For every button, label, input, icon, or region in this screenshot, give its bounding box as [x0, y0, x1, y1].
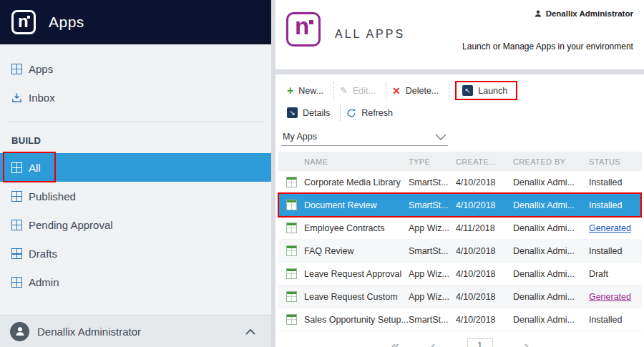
first-page-button[interactable]: « — [391, 338, 399, 347]
annotation-box-launch: ↖ Launch — [455, 81, 517, 100]
status-badge: Draft — [589, 269, 642, 279]
inbox-icon — [11, 92, 29, 103]
table-row[interactable]: Leave Request Custom App Wiz... 4/10/201… — [278, 285, 642, 308]
table-row-selected[interactable]: Document Review SmartSt... 4/10/2018 Den… — [278, 194, 642, 217]
col-status[interactable]: STATUS — [589, 157, 642, 166]
refresh-button[interactable]: Refresh — [341, 105, 403, 121]
sidebar-item-inbox[interactable]: Inbox — [0, 83, 271, 112]
app-sheet-icon — [286, 268, 297, 279]
sidebar-item-pending-approval[interactable]: Pending Approval — [0, 210, 271, 239]
sidebar-item-published[interactable]: Published — [0, 182, 271, 210]
panel-header: n ALL APPS Denallix Administrator Launch… — [275, 0, 644, 69]
details-button[interactable]: ↘ Details — [281, 104, 341, 121]
refresh-icon — [346, 108, 356, 118]
page-number-input[interactable] — [467, 338, 493, 347]
launch-button[interactable]: ↖ Launch — [458, 83, 512, 98]
status-link-visited[interactable]: Generated — [589, 292, 642, 302]
status-badge: Installed — [589, 177, 642, 187]
delete-button[interactable]: ✕ Delete... — [386, 83, 449, 99]
sidebar-user-bar[interactable]: Denallix Administrator — [0, 315, 271, 347]
col-created[interactable]: CREATE... — [456, 157, 513, 166]
sidebar-build-nav: All Published Pending Approval Drafts Ad… — [0, 153, 271, 296]
app-sheet-icon — [286, 245, 297, 256]
header-user[interactable]: Denallix Administrator — [534, 9, 633, 18]
chevron-up-icon[interactable] — [245, 325, 255, 338]
app-window: n Apps Apps Inbox BUILD All — [0, 0, 644, 347]
app-sheet-icon — [286, 314, 297, 325]
toolbar-row-1: + New... ✎ Edit... ✕ Delete... ↖ Launch — [278, 79, 642, 102]
plus-icon: + — [287, 85, 293, 97]
app-sheet-icon — [286, 291, 297, 302]
page-title: ALL APPS — [335, 28, 405, 41]
pending-grid-icon — [11, 220, 29, 230]
sidebar-header: n Apps — [0, 0, 271, 44]
app-sheet-icon — [286, 177, 297, 187]
table-row[interactable]: FAQ Review SmartSt... 4/10/2018 Denallix… — [278, 240, 642, 263]
sidebar-item-admin[interactable]: Admin — [0, 268, 271, 296]
app-sheet-icon — [286, 200, 297, 210]
content-panel: + New... ✎ Edit... ✕ Delete... ↖ Launch — [275, 74, 644, 347]
status-link[interactable]: Generated — [589, 223, 642, 233]
launch-arrow-icon: ↖ — [462, 85, 473, 96]
apps-filter-dropdown[interactable]: My Apps — [281, 128, 448, 146]
sidebar-user-name: Denallix Administrator — [37, 326, 141, 338]
sidebar: n Apps Apps Inbox BUILD All — [0, 0, 271, 347]
sidebar-item-drafts[interactable]: Drafts — [0, 239, 271, 268]
chevron-down-icon — [435, 134, 447, 140]
new-button[interactable]: + New... — [281, 82, 334, 99]
table-row[interactable]: Sales Opportunity Setup... SmartSt... 4/… — [278, 308, 642, 331]
avatar — [10, 322, 29, 341]
delete-x-icon: ✕ — [392, 86, 401, 96]
apps-table: NAME TYPE CREATE... CREATED BY STATUS Co… — [278, 152, 642, 331]
sidebar-app-title: Apps — [49, 14, 84, 31]
next-page-button[interactable]: › — [525, 338, 530, 347]
sidebar-item-apps[interactable]: Apps — [0, 54, 271, 83]
status-badge: Installed — [589, 246, 642, 256]
person-icon — [534, 9, 542, 18]
table-header-row: NAME TYPE CREATE... CREATED BY STATUS — [278, 152, 642, 171]
col-created-by[interactable]: CREATED BY — [513, 157, 589, 166]
col-name[interactable]: NAME — [304, 157, 409, 166]
all-grid-icon — [11, 162, 29, 173]
sidebar-nav: Apps Inbox — [0, 44, 271, 112]
toolbar-row-2: ↘ Details Refresh — [278, 102, 642, 123]
status-badge: Installed — [589, 315, 642, 325]
pagination: « ‹ › — [278, 338, 642, 347]
app-sheet-icon — [286, 223, 297, 233]
prev-page-button[interactable]: ‹ — [431, 338, 436, 347]
admin-grid-icon — [11, 277, 29, 288]
status-badge: Installed — [589, 200, 642, 210]
build-section-label: BUILD — [0, 122, 271, 153]
main-panel: n ALL APPS Denallix Administrator Launch… — [275, 0, 644, 347]
details-arrow-icon: ↘ — [287, 107, 298, 118]
drafts-grid-icon — [11, 248, 29, 259]
table-row[interactable]: Leave Request Approval App Wiz... 4/10/2… — [278, 263, 642, 285]
pencil-icon: ✎ — [340, 86, 348, 95]
table-row[interactable]: Corporate Media Library SmartSt... 4/10/… — [278, 171, 642, 194]
sidebar-item-all[interactable]: All — [0, 153, 271, 182]
table-row[interactable]: Employee Contracts App Wiz... 4/11/2018 … — [278, 217, 642, 240]
header-subtitle: Launch or Manage Apps in your environmen… — [462, 41, 633, 52]
col-type[interactable]: TYPE — [409, 157, 456, 166]
edit-button[interactable]: ✎ Edit... — [334, 83, 386, 99]
nintex-logo-icon: n — [11, 10, 36, 34]
apps-grid-icon — [11, 64, 29, 74]
published-grid-icon — [11, 191, 29, 202]
nintex-logo-purple-icon: n — [286, 12, 321, 47]
